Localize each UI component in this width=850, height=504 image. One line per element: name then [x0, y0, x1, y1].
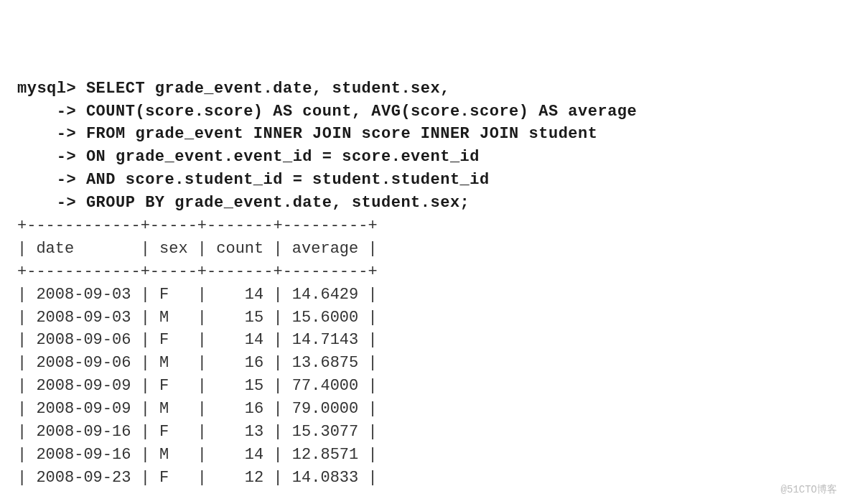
table-row: | 2008-09-16 | F | 13 | 15.3077 | [17, 423, 378, 441]
table-row: | 2008-09-06 | F | 14 | 14.7143 | [17, 331, 378, 349]
table-border-top: +------------+-----+-------+---------+ [17, 217, 378, 235]
table-row: | 2008-09-09 | F | 15 | 77.4000 | [17, 377, 378, 395]
mysql-prompt: mysql> [17, 80, 76, 98]
continuation-prompt: -> [17, 171, 76, 189]
table-row: | 2008-09-23 | F | 12 | 14.0833 | [17, 469, 378, 487]
query-line-1: SELECT grade_event.date, student.sex, [86, 80, 450, 98]
table-header-row: | date | sex | count | average | [17, 240, 378, 258]
table-border-mid: +------------+-----+-------+---------+ [17, 263, 378, 281]
table-row: | 2008-09-03 | M | 15 | 15.6000 | [17, 309, 378, 327]
query-line-6: GROUP BY grade_event.date, student.sex; [86, 194, 470, 212]
table-row: | 2008-09-03 | F | 14 | 14.6429 | [17, 286, 378, 304]
table-row: | 2008-09-09 | M | 16 | 79.0000 | [17, 400, 378, 418]
query-line-2: COUNT(score.score) AS count, AVG(score.s… [86, 103, 637, 121]
continuation-prompt: -> [17, 103, 76, 121]
table-row: | 2008-09-06 | M | 16 | 13.6875 | [17, 354, 378, 372]
table-row: | 2008-09-16 | M | 14 | 12.8571 | [17, 446, 378, 464]
sql-query-block: mysql> SELECT grade_event.date, student.… [17, 78, 833, 215]
continuation-prompt: -> [17, 194, 76, 212]
result-table: +------------+-----+-------+---------+ |… [17, 215, 833, 490]
continuation-prompt: -> [17, 148, 76, 166]
continuation-prompt: -> [17, 125, 76, 143]
query-line-3: FROM grade_event INNER JOIN score INNER … [86, 125, 598, 143]
watermark-text: @51CTO博客 [781, 482, 837, 497]
query-line-5: AND score.student_id = student.student_i… [86, 171, 490, 189]
query-line-4: ON grade_event.event_id = score.event_id [86, 148, 480, 166]
